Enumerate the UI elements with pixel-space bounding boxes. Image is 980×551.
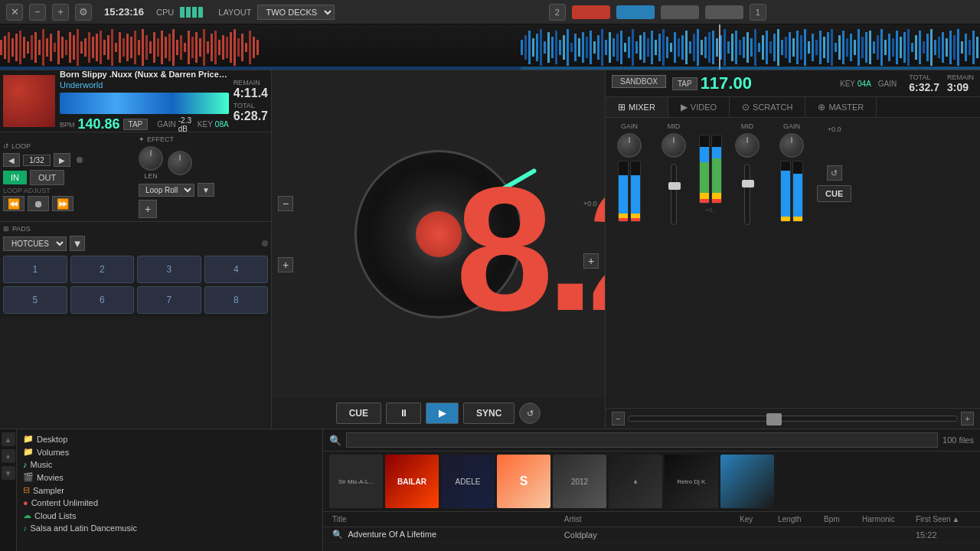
sidebar-icon-2[interactable]: ♦ [2, 449, 15, 463]
album-thumb-1[interactable]: Sir Mix-A-L... [329, 455, 383, 508]
fader-handle-left[interactable] [668, 182, 681, 190]
album-thumb-3[interactable]: ADELE [441, 455, 495, 508]
album-thumb-4[interactable]: S [497, 455, 550, 508]
gain-knob-left[interactable] [617, 133, 642, 158]
loop-next-button[interactable]: ▶ [54, 153, 70, 167]
album-thumb-7[interactable]: Retro Dj K [665, 455, 718, 508]
svg-rect-33 [126, 34, 129, 61]
tree-item-volumes[interactable]: 📁 Volumes [17, 445, 322, 458]
crossfader-plus[interactable]: + [961, 412, 974, 425]
pad-5[interactable]: 5 [3, 286, 67, 314]
loop-icon-button[interactable]: ↺ [519, 403, 541, 424]
tree-item-desktop[interactable]: 📁 Desktop [17, 432, 322, 445]
track-waveform-mini[interactable] [60, 93, 229, 114]
loop-prev-button[interactable]: ◀ [3, 153, 20, 167]
svg-rect-135 [777, 29, 779, 66]
svg-rect-90 [605, 40, 607, 55]
remain-time: REMAIN 4:11.4 [234, 79, 268, 100]
svg-rect-107 [670, 43, 672, 52]
effect-type-select[interactable]: Loop Roll [139, 184, 194, 197]
svg-rect-5 [19, 31, 21, 64]
play-button[interactable]: ▶ [426, 403, 459, 424]
fader-left[interactable] [671, 164, 677, 225]
deck-minus-left[interactable]: − [278, 196, 293, 211]
loop-out-button[interactable]: OUT [30, 170, 64, 185]
deck-plus-left[interactable]: + [278, 257, 293, 272]
album-thumb-2[interactable]: BAILAR [385, 455, 439, 508]
tree-item-movies[interactable]: 🎬 Movies [17, 471, 322, 484]
tree-item-cloud-lists[interactable]: ☁ Cloud Lists [17, 509, 322, 522]
sidebar-icon-1[interactable]: ▲ [2, 432, 15, 446]
loop-in-button[interactable]: IN [3, 171, 27, 184]
album-thumb-6[interactable]: ♦ [609, 455, 662, 508]
fader-right[interactable] [744, 164, 750, 225]
loop-adj-forward-button[interactable]: ⏩ [52, 196, 74, 211]
sync-button[interactable]: SYNC [463, 403, 514, 424]
mid-knob-left[interactable] [662, 133, 686, 158]
sidebar-icon-3[interactable]: ▼ [2, 466, 15, 480]
layout-select[interactable]: TWO DECKS [257, 5, 335, 20]
cue-button[interactable]: CUE [336, 403, 381, 424]
crossfader-track[interactable] [628, 416, 959, 422]
pad-8[interactable]: 8 [204, 286, 269, 314]
crossfader-handle[interactable] [766, 413, 782, 425]
track-list: 🔍 100 files Sir Mix-A-L... BAILAR ADELE … [323, 429, 980, 551]
table-row[interactable]: 🔍 Adventure Of A Lifetime Coldplay 15:22 [323, 527, 980, 543]
tree-item-salsa[interactable]: ♪ Salsa and Latin Dancemusic [17, 522, 322, 534]
pad-6[interactable]: 6 [70, 286, 135, 314]
effect-knob2[interactable] [168, 151, 192, 175]
col-artist[interactable]: Artist [561, 514, 737, 525]
crossfader-minus[interactable]: − [612, 412, 625, 425]
tab-video[interactable]: ▶ VIDEO [668, 97, 730, 117]
tap-button[interactable]: TAP [123, 119, 149, 130]
mid-knob-right[interactable] [735, 133, 760, 158]
tab-master[interactable]: ⊕ MASTER [805, 97, 877, 117]
eq-btn-gray[interactable] [661, 5, 699, 19]
minimize-button[interactable]: − [29, 4, 46, 21]
col-bpm[interactable]: Bpm [821, 514, 859, 525]
pad-3[interactable]: 3 [137, 256, 201, 283]
album-thumb-8[interactable] [720, 455, 774, 508]
search-bar: 🔍 100 files [323, 429, 980, 452]
pad-4[interactable]: 4 [204, 256, 269, 283]
close-button[interactable]: ✕ [6, 4, 23, 21]
turntable[interactable] [354, 150, 523, 318]
expand-button[interactable]: + [52, 4, 69, 21]
settings-button[interactable]: ⚙ [75, 4, 92, 21]
eq-btn-gray2[interactable] [705, 5, 743, 19]
col-length[interactable]: Length [775, 514, 821, 525]
tab-scratch[interactable]: ⊙ SCRATCH [730, 97, 805, 117]
loop-adj-back-button[interactable]: ⏪ [3, 196, 24, 211]
pads-mode-arrow[interactable]: ▼ [70, 236, 85, 251]
col-title[interactable]: Title [329, 514, 561, 525]
gain-knob-right[interactable] [779, 133, 804, 158]
sandbox-button[interactable]: SANDBOX [612, 75, 666, 88]
tree-item-music[interactable]: ♪ Music [17, 458, 322, 471]
tab-mixer[interactable]: ⊞ MIXER [606, 97, 668, 117]
add-effect-button[interactable]: + [139, 200, 157, 218]
fader-handle-right[interactable] [742, 180, 754, 187]
effect-len-knob[interactable] [139, 146, 163, 171]
album-thumb-5[interactable]: 2012 [553, 455, 606, 508]
pads-mode-select[interactable]: HOTCUES [3, 236, 67, 251]
right-cue-button[interactable]: CUE [817, 185, 851, 202]
search-input[interactable] [346, 432, 938, 448]
eq-btn-blue[interactable] [616, 5, 655, 19]
right-spin-button[interactable]: ↺ [827, 165, 842, 181]
col-first-seen[interactable]: First Seen ▲ [913, 514, 974, 525]
right-tap-button[interactable]: TAP [672, 77, 697, 90]
pad-1[interactable]: 1 [3, 256, 67, 283]
col-harmonic[interactable]: Harmonic [859, 514, 913, 525]
tree-item-content-unlimited[interactable]: ● Content Unlimited [17, 497, 322, 509]
effect-options-button[interactable]: ▼ [198, 183, 214, 197]
vu-left-2 [630, 161, 641, 222]
eq-btn-red[interactable] [572, 5, 610, 19]
pause-button[interactable]: ⏸ [386, 403, 421, 424]
pad-2[interactable]: 2 [70, 256, 135, 283]
pad-7[interactable]: 7 [137, 286, 201, 314]
loop-adj-loop-button[interactable]: ⏺ [28, 196, 49, 211]
waveform-overview[interactable] [0, 24, 980, 70]
deck-plus-right[interactable]: + [583, 253, 599, 269]
tree-item-sampler[interactable]: ⊟ Sampler [17, 484, 322, 497]
col-key[interactable]: Key [737, 514, 775, 525]
